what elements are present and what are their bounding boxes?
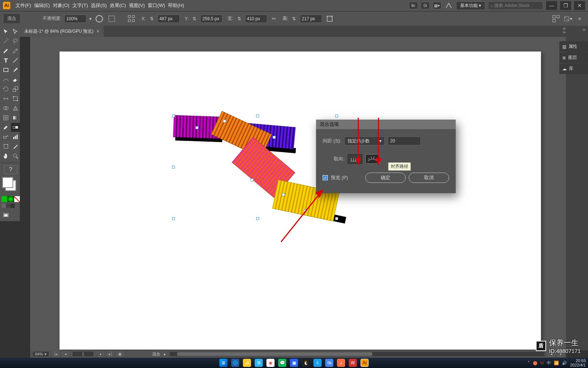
link-xy2-icon[interactable]: ⇅ xyxy=(191,14,197,24)
next-artboard-button[interactable]: ▸ xyxy=(98,351,104,357)
music-icon[interactable]: ♪ xyxy=(337,359,345,367)
ime-icon[interactable]: 中 xyxy=(547,360,551,366)
horizontal-scrollbar[interactable] xyxy=(170,352,545,356)
first-artboard-button[interactable]: |◂ xyxy=(53,351,59,357)
fill-stroke-swatch[interactable] xyxy=(1,176,19,192)
explorer-icon[interactable]: 📁 xyxy=(243,359,251,367)
volume-icon[interactable]: 🔊 xyxy=(562,361,567,365)
tab-scroll-icon[interactable]: ≪≫ xyxy=(562,27,566,34)
paintbrush-tool-icon[interactable] xyxy=(11,66,20,74)
panel-layers[interactable]: ≣ 图层 xyxy=(559,52,588,63)
shape-builder-tool-icon[interactable] xyxy=(1,104,10,113)
gradient-tool-icon[interactable] xyxy=(11,113,20,122)
color-mode-icon[interactable] xyxy=(1,196,7,202)
recolor-icon[interactable] xyxy=(94,14,104,24)
eyedropper-tool-icon[interactable] xyxy=(1,123,10,132)
lasso-tool-icon[interactable] xyxy=(11,37,20,46)
tray-date[interactable]: 2022/4/1 xyxy=(570,363,586,367)
gradient-mode-icon[interactable] xyxy=(8,196,13,202)
baidu-icon[interactable]: ▣ xyxy=(290,359,298,367)
screen-mode-icon[interactable] xyxy=(1,211,10,220)
window-close-button[interactable]: ✕ xyxy=(574,1,585,10)
width-tool-icon[interactable] xyxy=(1,94,10,103)
rotate-tool-icon[interactable] xyxy=(1,85,10,93)
qq-icon[interactable]: 🐧 xyxy=(302,359,310,367)
menu-window[interactable]: 窗口(W) xyxy=(148,2,165,9)
gpu-icon[interactable] xyxy=(444,2,453,9)
magic-wand-tool-icon[interactable] xyxy=(1,37,10,46)
transform-panel-icon[interactable] xyxy=(107,14,116,24)
link-h-icon[interactable]: ⇅ xyxy=(291,14,297,24)
last-artboard-button[interactable]: ▸| xyxy=(107,351,113,357)
opacity-input[interactable] xyxy=(64,15,86,23)
spacing-mode-select[interactable]: 指定的步数▾ xyxy=(344,137,385,145)
window-minimize-button[interactable]: — xyxy=(546,1,557,10)
panel-libraries[interactable]: ☁ 库 xyxy=(559,63,588,74)
link-xy-icon[interactable]: ⇅ xyxy=(149,14,155,24)
draw-inside-icon[interactable] xyxy=(10,204,15,208)
line-tool-icon[interactable] xyxy=(11,56,20,65)
status-chevron-icon[interactable]: ▸ xyxy=(164,352,166,357)
opacity-chevron-icon[interactable]: ▾ xyxy=(89,16,92,21)
hand-tool-icon[interactable] xyxy=(1,152,10,160)
none-mode-icon[interactable] xyxy=(14,196,20,202)
type-tool-icon[interactable] xyxy=(1,56,10,65)
menu-effect[interactable]: 效果(C) xyxy=(110,2,126,9)
selection-tool-icon[interactable] xyxy=(1,27,10,36)
artboard-number-input[interactable]: 1 xyxy=(72,351,94,357)
network-icon[interactable]: 📶 xyxy=(554,361,559,365)
search-input[interactable]: ⌕ 搜索 Adobe Stock xyxy=(488,1,543,10)
shaper-tool-icon[interactable] xyxy=(1,75,10,84)
stock-icon[interactable]: St xyxy=(421,2,430,9)
symbol-sprayer-tool-icon[interactable] xyxy=(1,132,10,141)
free-transform-tool-icon[interactable] xyxy=(11,94,20,103)
wechat-icon[interactable]: 💬 xyxy=(278,359,286,367)
menu-help[interactable]: 帮助(H) xyxy=(168,2,184,9)
spacing-value-input[interactable] xyxy=(388,137,421,145)
wps-icon[interactable]: W xyxy=(349,359,357,367)
menu-type[interactable]: 文字(T) xyxy=(72,2,88,9)
menu-view[interactable]: 视图(V) xyxy=(129,2,145,9)
draw-normal-icon[interactable] xyxy=(1,204,6,208)
bridge-icon[interactable]: Br xyxy=(409,2,418,9)
y-input[interactable] xyxy=(200,15,222,23)
illustrator-taskbar-icon[interactable]: Ai xyxy=(361,359,369,367)
edge-icon[interactable]: 🌐 xyxy=(231,359,239,367)
ok-button[interactable]: 确定 xyxy=(365,173,406,183)
start-icon[interactable]: ⊞ xyxy=(219,359,227,367)
arrange-docs-icon[interactable]: ▦▾ xyxy=(433,2,441,9)
blend-tool-icon[interactable] xyxy=(11,123,20,132)
scale-tool-icon[interactable] xyxy=(11,85,20,93)
store-icon[interactable]: 🛍 xyxy=(325,359,333,367)
graph-tool-icon[interactable] xyxy=(11,132,20,141)
w-input[interactable] xyxy=(245,15,267,23)
h-input[interactable] xyxy=(300,15,322,23)
align-panel-icon[interactable] xyxy=(127,14,136,24)
edit-toolbar-icon[interactable]: ? xyxy=(4,165,17,174)
draw-behind-icon[interactable] xyxy=(6,204,10,208)
prev-artboard-button[interactable]: ◂ xyxy=(62,351,68,357)
orient-align-path-button[interactable] xyxy=(365,154,380,164)
curvature-tool-icon[interactable] xyxy=(11,46,20,55)
window-maximize-button[interactable]: ❐ xyxy=(560,1,571,10)
workspace-switcher[interactable]: 基本功能 ▾ xyxy=(456,1,485,10)
zoom-level-select[interactable]: 84% ▾ xyxy=(32,351,49,357)
slice-tool-icon[interactable] xyxy=(11,142,20,151)
tray-time[interactable]: 20:55 xyxy=(570,358,586,363)
more-options-icon[interactable]: ≡ xyxy=(575,14,584,24)
orient-align-page-button[interactable] xyxy=(348,154,362,164)
menu-select[interactable]: 选择(S) xyxy=(91,2,107,9)
collapse-dock-icon[interactable]: ≪ xyxy=(582,28,586,32)
rectangle-tool-icon[interactable] xyxy=(1,66,10,74)
menu-edit[interactable]: 编辑(E) xyxy=(34,2,50,9)
mesh-tool-icon[interactable] xyxy=(1,113,10,122)
settings-icon[interactable]: ⚙ xyxy=(255,359,263,367)
preview-checkbox[interactable]: ✓ xyxy=(323,175,328,180)
eraser-tool-icon[interactable] xyxy=(11,75,20,84)
artboard-nav-icon[interactable]: ▦ xyxy=(117,351,123,357)
artboard-tool-icon[interactable] xyxy=(1,142,10,151)
tray-wps-icon[interactable]: W xyxy=(540,361,544,365)
close-tab-icon[interactable]: × xyxy=(96,28,99,34)
panel-properties[interactable]: ▥ 属性 xyxy=(559,41,588,52)
perspective-tool-icon[interactable] xyxy=(11,104,20,113)
